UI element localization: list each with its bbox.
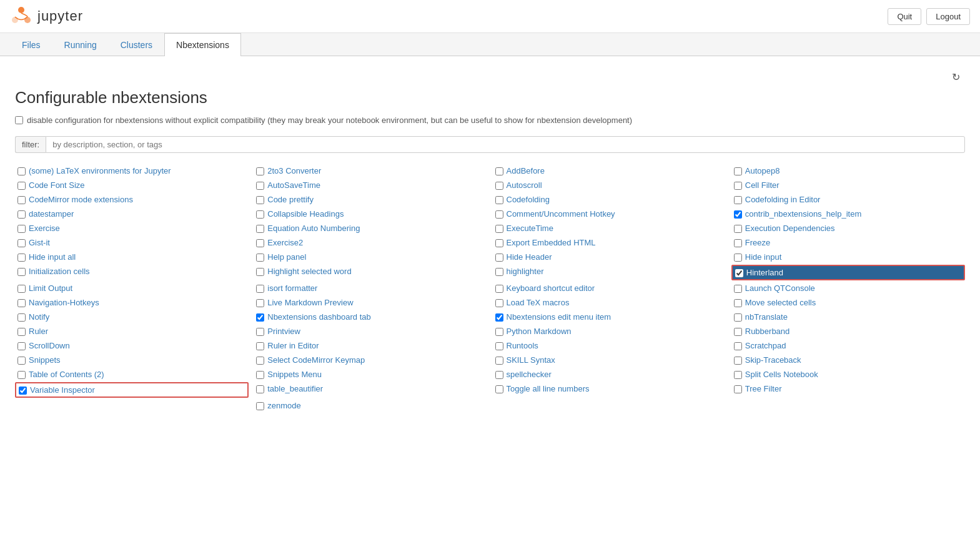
- ext-link[interactable]: ScrollDown: [29, 341, 70, 350]
- ext-link[interactable]: zenmode: [267, 401, 300, 410]
- tab-running[interactable]: Running: [52, 33, 109, 56]
- ext-link[interactable]: CodeMirror mode extensions: [29, 195, 133, 204]
- ext-link[interactable]: Notify: [29, 312, 49, 322]
- ext-checkbox[interactable]: [495, 254, 503, 262]
- ext-link[interactable]: Navigation-Hotkeys: [29, 298, 99, 307]
- ext-link[interactable]: Rubberband: [745, 327, 790, 336]
- ext-item[interactable]: ExecuteTime: [493, 222, 726, 235]
- ext-checkbox[interactable]: [256, 385, 264, 393]
- ext-item[interactable]: Rubberband: [731, 325, 965, 338]
- filter-input[interactable]: [46, 136, 965, 153]
- ext-checkbox[interactable]: [734, 342, 742, 350]
- ext-item[interactable]: Move selected cells: [731, 296, 965, 309]
- ext-link[interactable]: ExecuteTime: [507, 224, 553, 233]
- ext-item[interactable]: Hide Header: [493, 250, 726, 264]
- ext-checkbox[interactable]: [734, 328, 742, 336]
- ext-link[interactable]: Nbextensions dashboard tab: [267, 312, 371, 322]
- ext-link[interactable]: contrib_nbextensions_help_item: [745, 209, 861, 219]
- ext-item[interactable]: Navigation-Hotkeys: [15, 296, 249, 309]
- ext-item[interactable]: Autoscroll: [493, 179, 726, 192]
- ext-link[interactable]: 2to3 Converter: [267, 166, 321, 175]
- tab-nbextensions[interactable]: Nbextensions: [164, 33, 241, 56]
- ext-checkbox[interactable]: [495, 299, 503, 307]
- ext-link[interactable]: Collapsible Headings: [267, 209, 344, 219]
- ext-item[interactable]: Launch QTConsole: [731, 282, 965, 295]
- ext-item[interactable]: Equation Auto Numbering: [254, 222, 487, 235]
- ext-item[interactable]: Collapsible Headings: [254, 207, 487, 220]
- ext-item[interactable]: Hide input all: [15, 250, 249, 264]
- ext-item[interactable]: Ruler: [15, 325, 249, 338]
- ext-item[interactable]: Split Cells Notebook: [731, 368, 965, 381]
- ext-link[interactable]: Hide input: [745, 252, 782, 262]
- ext-checkbox[interactable]: [256, 371, 264, 379]
- ext-link[interactable]: datestamper: [29, 209, 74, 219]
- ext-link[interactable]: Codefolding in Editor: [745, 195, 821, 204]
- ext-link[interactable]: nbTranslate: [745, 312, 788, 322]
- ext-checkbox[interactable]: [734, 313, 742, 322]
- ext-checkbox[interactable]: [17, 254, 26, 262]
- ext-item[interactable]: 2to3 Converter: [254, 164, 487, 177]
- ext-checkbox[interactable]: [734, 210, 742, 219]
- quit-button[interactable]: Quit: [888, 8, 921, 25]
- ext-link[interactable]: Snippets Menu: [267, 370, 322, 379]
- ext-item[interactable]: Code Font Size: [15, 179, 249, 192]
- ext-item[interactable]: SKILL Syntax: [493, 353, 726, 367]
- ext-item[interactable]: nbTranslate: [731, 310, 965, 323]
- ext-checkbox[interactable]: [495, 182, 503, 190]
- ext-link[interactable]: Autoscroll: [507, 180, 542, 190]
- ext-item[interactable]: Notify: [15, 310, 249, 323]
- ext-item[interactable]: Runtools: [493, 339, 726, 352]
- ext-item[interactable]: Highlight selected word: [254, 265, 487, 280]
- ext-checkbox[interactable]: [17, 239, 26, 247]
- ext-checkbox[interactable]: [495, 268, 503, 276]
- ext-item[interactable]: Snippets: [15, 353, 249, 367]
- ext-checkbox[interactable]: [256, 167, 264, 175]
- ext-checkbox[interactable]: [735, 269, 743, 277]
- ext-checkbox[interactable]: [256, 239, 264, 247]
- ext-item[interactable]: highlighter: [493, 265, 726, 280]
- ext-link[interactable]: Equation Auto Numbering: [267, 224, 360, 233]
- ext-link[interactable]: Hide Header: [507, 252, 552, 262]
- tab-clusters[interactable]: Clusters: [109, 33, 164, 56]
- ext-checkbox[interactable]: [256, 285, 264, 293]
- ext-checkbox[interactable]: [734, 385, 742, 393]
- ext-item[interactable]: [15, 399, 249, 412]
- ext-checkbox[interactable]: [495, 385, 503, 393]
- ext-link[interactable]: Python Markdown: [507, 327, 572, 336]
- ext-item[interactable]: Keyboard shortcut editor: [493, 282, 726, 295]
- ext-item[interactable]: Live Markdown Preview: [254, 296, 487, 309]
- ext-checkbox[interactable]: [495, 196, 503, 204]
- ext-link[interactable]: Live Markdown Preview: [267, 298, 353, 307]
- ext-link[interactable]: Comment/Uncomment Hotkey: [507, 209, 615, 219]
- ext-link[interactable]: Load TeX macros: [507, 298, 570, 307]
- ext-checkbox[interactable]: [256, 254, 264, 262]
- ext-checkbox[interactable]: [256, 210, 264, 219]
- ext-checkbox[interactable]: [17, 225, 26, 233]
- ext-item[interactable]: Gist-it: [15, 236, 249, 249]
- ext-checkbox[interactable]: [495, 225, 503, 233]
- ext-item[interactable]: table_beautifier: [254, 382, 487, 398]
- ext-link[interactable]: Keyboard shortcut editor: [507, 283, 595, 293]
- ext-link[interactable]: Exercise: [29, 224, 60, 233]
- ext-checkbox[interactable]: [17, 167, 26, 175]
- ext-item[interactable]: Ruler in Editor: [254, 339, 487, 352]
- ext-checkbox[interactable]: [17, 342, 26, 350]
- ext-item[interactable]: Printview: [254, 325, 487, 338]
- ext-link[interactable]: Export Embedded HTML: [507, 238, 596, 247]
- ext-link[interactable]: Initialization cells: [29, 267, 90, 276]
- ext-item[interactable]: Nbextensions edit menu item: [493, 310, 726, 323]
- ext-item[interactable]: Limit Output: [15, 282, 249, 295]
- ext-item[interactable]: Code prettify: [254, 193, 487, 206]
- ext-checkbox[interactable]: [17, 285, 26, 293]
- ext-link[interactable]: Code Font Size: [29, 180, 85, 190]
- ext-item[interactable]: Freeze: [731, 236, 965, 249]
- ext-item[interactable]: spellchecker: [493, 368, 726, 381]
- ext-link[interactable]: Skip-Traceback: [745, 355, 801, 365]
- ext-link[interactable]: Hide input all: [29, 252, 76, 262]
- ext-item[interactable]: Codefolding in Editor: [731, 193, 965, 206]
- ext-checkbox[interactable]: [734, 225, 742, 233]
- ext-item[interactable]: Cell Filter: [731, 179, 965, 192]
- ext-checkbox[interactable]: [256, 196, 264, 204]
- ext-link[interactable]: AddBefore: [507, 166, 545, 175]
- ext-link[interactable]: SKILL Syntax: [507, 355, 555, 365]
